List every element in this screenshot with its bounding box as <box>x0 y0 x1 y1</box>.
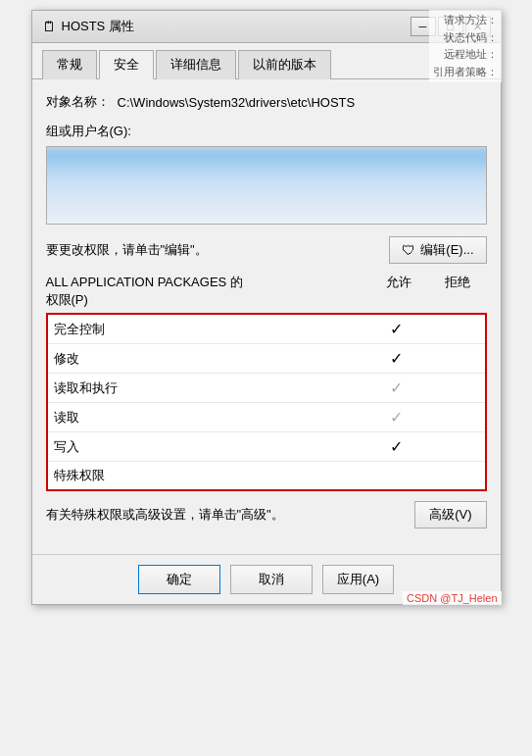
tab-content: 对象名称： C:\Windows\System32\drivers\etc\HO… <box>32 79 501 554</box>
perm-special-allow <box>367 462 426 490</box>
perm-read-exec-name: 读取和执行 <box>48 374 367 403</box>
perm-write-allow: ✓ <box>367 432 426 462</box>
perm-read-name: 读取 <box>48 403 367 432</box>
csdn-watermark: CSDN @TJ_Helen <box>403 591 501 605</box>
perm-read-exec-allow: ✓ <box>367 374 426 403</box>
edit-button-label: 编辑(E)... <box>420 241 473 259</box>
status-code-label: 状态代码： <box>433 29 498 47</box>
table-row: 读取 ✓ <box>48 403 485 432</box>
edit-button[interactable]: 🛡 编辑(E)... <box>389 236 486 264</box>
csdn-username: @TJ_Helen <box>440 592 497 604</box>
perm-write-name: 写入 <box>48 432 367 462</box>
perm-header: ALL APPLICATION PACKAGES 的权限(P) 允许 拒绝 <box>46 274 487 309</box>
table-row: 修改 ✓ <box>48 344 485 374</box>
permissions-table-wrapper: 完全控制 ✓ 修改 ✓ 读取和执行 ✓ <box>46 313 487 491</box>
ok-button[interactable]: 确定 <box>138 565 220 594</box>
permissions-section: ALL APPLICATION PACKAGES 的权限(P) 允许 拒绝 完全… <box>46 274 487 491</box>
edit-note: 要更改权限，请单击"编辑"。 <box>46 241 208 259</box>
perm-full-control-allow: ✓ <box>367 315 426 344</box>
table-row: 完全控制 ✓ <box>48 315 485 344</box>
window-title: HOSTS 属性 <box>62 18 405 35</box>
group-label: 组或用户名(G): <box>46 123 487 140</box>
tab-previous-versions[interactable]: 以前的版本 <box>238 50 331 79</box>
tab-security[interactable]: 安全 <box>99 50 154 79</box>
perm-special-deny <box>426 462 485 490</box>
table-row: 写入 ✓ <box>48 432 485 462</box>
perm-read-allow: ✓ <box>367 403 426 432</box>
tab-general[interactable]: 常规 <box>42 50 97 79</box>
perm-full-control-deny <box>426 315 485 344</box>
listbox-blur-content <box>46 146 487 225</box>
edit-row: 要更改权限，请单击"编辑"。 🛡 编辑(E)... <box>46 236 487 264</box>
perm-modify-deny <box>426 344 485 374</box>
request-method-label: 请求方法： <box>433 12 498 29</box>
perm-allow-header: 允许 <box>369 274 428 309</box>
advanced-row: 有关特殊权限或高级设置，请单击"高级"。 高级(V) <box>46 501 487 529</box>
window-icon: 🗒 <box>42 19 56 34</box>
group-user-listbox[interactable] <box>46 146 487 225</box>
referrer-policy-label: 引用者策略： <box>433 64 498 81</box>
edit-icon: 🛡 <box>402 242 415 258</box>
perm-special-name: 特殊权限 <box>48 462 367 490</box>
perm-name-header: ALL APPLICATION PACKAGES 的权限(P) <box>46 274 369 309</box>
top-right-info: 请求方法： 状态代码： 远程地址： 引用者策略： <box>429 10 502 82</box>
apply-button[interactable]: 应用(A) <box>322 565 394 594</box>
cancel-button[interactable]: 取消 <box>230 565 313 594</box>
table-row: 读取和执行 ✓ <box>48 374 485 403</box>
perm-write-deny <box>426 432 485 462</box>
object-name-label: 对象名称： <box>46 93 110 111</box>
perm-full-control-name: 完全控制 <box>48 315 367 344</box>
permissions-table: 完全控制 ✓ 修改 ✓ 读取和执行 ✓ <box>48 315 485 489</box>
perm-read-deny <box>426 403 485 432</box>
perm-deny-header: 拒绝 <box>428 274 487 309</box>
table-row: 特殊权限 <box>48 462 485 490</box>
perm-modify-allow: ✓ <box>367 344 426 374</box>
tab-details[interactable]: 详细信息 <box>156 50 236 79</box>
perm-read-exec-deny <box>426 374 485 403</box>
object-name-value: C:\Windows\System32\drivers\etc\HOSTS <box>118 95 356 110</box>
advanced-button[interactable]: 高级(V) <box>414 501 486 529</box>
remote-address-label: 远程地址： <box>433 46 498 64</box>
perm-modify-name: 修改 <box>48 344 367 374</box>
advanced-note: 有关特殊权限或高级设置，请单击"高级"。 <box>46 506 284 524</box>
object-name-row: 对象名称： C:\Windows\System32\drivers\etc\HO… <box>46 93 487 111</box>
